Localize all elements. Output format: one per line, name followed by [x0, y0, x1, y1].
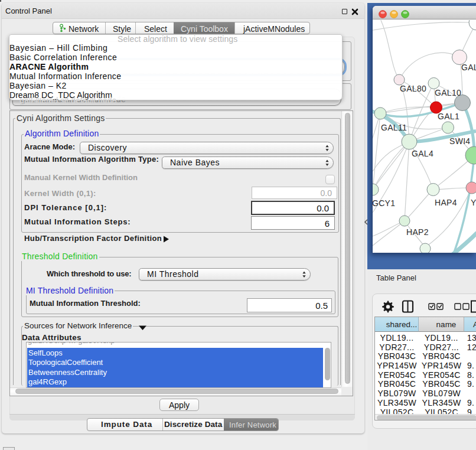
svg-text:GAL4: GAL4 — [412, 149, 433, 158]
svg-text:HAP4: HAP4 — [435, 198, 457, 207]
svg-text:Y: Y — [471, 198, 476, 207]
svg-text:GAL: GAL — [461, 63, 476, 72]
svg-text:GAL11: GAL11 — [381, 123, 407, 132]
svg-text:GAL10: GAL10 — [435, 88, 461, 97]
svg-text:GAL80: GAL80 — [400, 84, 426, 93]
svg-text:GAL1: GAL1 — [438, 112, 459, 121]
svg-text:HAP2: HAP2 — [406, 227, 429, 237]
svg-text:GCY1: GCY1 — [373, 198, 395, 208]
svg-text:SWI4: SWI4 — [449, 136, 470, 146]
